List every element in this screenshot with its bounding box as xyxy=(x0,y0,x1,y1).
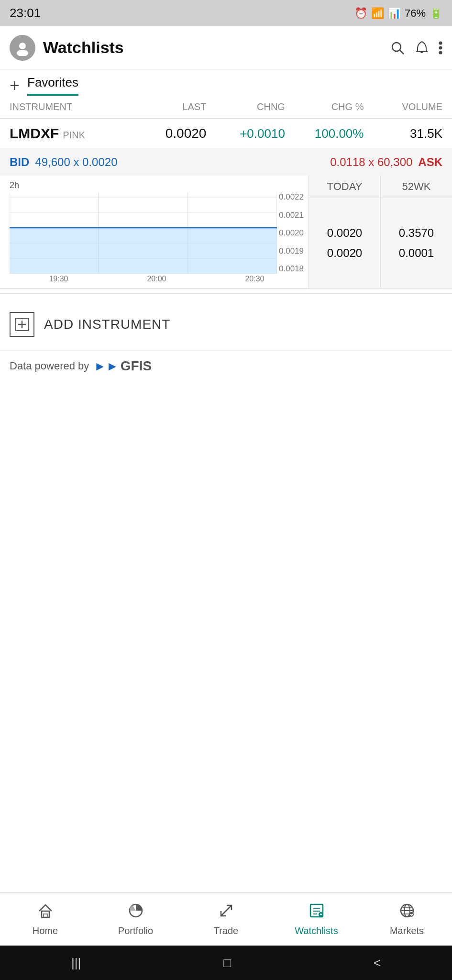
nav-portfolio[interactable]: Portfolio xyxy=(90,893,181,946)
price-chart xyxy=(10,192,277,274)
svg-line-25 xyxy=(221,905,232,916)
home-sys-icon: □ xyxy=(223,956,231,970)
week-col: 0.3570 0.0001 xyxy=(381,198,452,288)
today-high: 0.0020 xyxy=(327,226,362,240)
wifi-icon: 📶 xyxy=(371,7,384,20)
recents-button[interactable]: ||| xyxy=(71,956,81,970)
portfolio-icon xyxy=(128,902,144,923)
nav-home[interactable]: Home xyxy=(0,893,90,946)
today-col: 0.0020 0.0020 xyxy=(309,198,381,288)
add-instrument-icon xyxy=(10,312,34,337)
stats-headers: TODAY 52WK xyxy=(309,176,452,198)
instrument-name-col: LMDXF PINK xyxy=(10,125,128,142)
powered-by: Data powered by ►► GFIS xyxy=(0,351,452,381)
instrument-chgpct: 100.00% xyxy=(285,126,364,141)
status-bar: 23:01 ⏰ 📶 📊 76% 🔋 xyxy=(0,0,452,26)
content-spacer xyxy=(0,381,452,892)
add-instrument-row[interactable]: ADD INSTRUMENT xyxy=(0,299,452,351)
today-low: 0.0020 xyxy=(327,246,362,260)
instrument-row[interactable]: LMDXF PINK 0.0020 +0.0010 100.00% 31.5K xyxy=(0,119,452,149)
trade-icon xyxy=(218,902,234,923)
avatar[interactable] xyxy=(10,35,35,61)
page-title: Watchlists xyxy=(43,38,390,57)
svg-point-0 xyxy=(19,43,26,49)
week-high: 0.3570 xyxy=(399,226,434,240)
back-button[interactable]: < xyxy=(374,956,381,970)
col-header-chgpct: CHG % xyxy=(285,101,364,112)
y-label-3: 0.0020 xyxy=(279,228,304,238)
recents-icon: ||| xyxy=(71,956,81,970)
svg-point-5 xyxy=(439,46,442,49)
bid-value: 49,600 x 0.0020 xyxy=(35,156,224,169)
nav-watchlists[interactable]: Watchlists xyxy=(271,893,362,946)
add-instrument-label: ADD INSTRUMENT xyxy=(44,317,170,332)
powered-by-text: Data powered by xyxy=(10,360,89,372)
svg-point-4 xyxy=(439,41,442,45)
x-labels: 19:30 20:00 20:30 xyxy=(10,275,304,283)
nav-portfolio-label: Portfolio xyxy=(118,925,153,936)
instrument-volume: 31.5K xyxy=(364,126,442,141)
gfis-brand: GFIS xyxy=(121,358,152,374)
watchlists-icon xyxy=(309,902,325,923)
svg-point-6 xyxy=(439,51,442,54)
nav-markets-label: Markets xyxy=(390,925,424,936)
nav-trade[interactable]: Trade xyxy=(181,893,271,946)
y-label-2: 0.0021 xyxy=(279,211,304,220)
today-header: TODAY xyxy=(309,176,381,198)
app-bar-actions xyxy=(390,40,442,56)
table-header: INSTRUMENT LAST CHNG CHG % VOLUME xyxy=(0,96,452,119)
col-header-instrument: INSTRUMENT xyxy=(10,101,128,112)
notification-button[interactable] xyxy=(415,40,429,56)
ask-value: 0.0118 x 60,300 xyxy=(224,156,413,169)
app-bar: Watchlists xyxy=(0,26,452,69)
instrument-last: 0.0020 xyxy=(128,126,207,141)
svg-line-3 xyxy=(400,50,404,54)
bid-label: BID xyxy=(10,156,29,169)
stats-area: TODAY 52WK 0.0020 0.0020 0.3570 0.0001 xyxy=(309,176,452,288)
instrument-symbol: LMDXF xyxy=(10,125,59,142)
col-header-chng: CHNG xyxy=(206,101,285,112)
home-button[interactable]: □ xyxy=(223,956,231,970)
nav-markets[interactable]: Markets xyxy=(362,893,452,946)
battery-icon: 🔋 xyxy=(430,7,442,20)
signal-icon: 📊 xyxy=(388,7,401,20)
divider xyxy=(0,293,452,294)
svg-point-2 xyxy=(392,43,401,51)
x-label-3: 20:30 xyxy=(245,275,264,283)
col-header-volume: VOLUME xyxy=(364,101,442,112)
bottom-nav: Home Portfolio Trade xyxy=(0,893,452,946)
more-options-button[interactable] xyxy=(439,41,442,55)
tab-bar: + Favorites xyxy=(0,69,452,96)
gfis-logo: ►► GFIS xyxy=(94,358,152,374)
gfis-arrow-icon: ►► xyxy=(94,359,118,374)
instrument-chng: +0.0010 xyxy=(206,126,285,141)
week-low: 0.0001 xyxy=(399,246,434,260)
favorites-tab[interactable]: Favorites xyxy=(27,75,78,96)
week-header: 52WK xyxy=(381,176,452,198)
chart-area: 2h xyxy=(0,176,309,288)
search-button[interactable] xyxy=(390,40,405,56)
x-label-1: 19:30 xyxy=(49,275,68,283)
ask-label: ASK xyxy=(418,156,442,169)
x-label-2: 20:00 xyxy=(147,275,166,283)
stats-values: 0.0020 0.0020 0.3570 0.0001 xyxy=(309,198,452,288)
battery-level: 76% xyxy=(405,7,426,20)
col-header-last: LAST xyxy=(128,101,207,112)
back-icon: < xyxy=(374,956,381,970)
svg-marker-17 xyxy=(10,228,277,274)
add-tab-button[interactable]: + xyxy=(10,77,20,94)
chart-stats-row: 2h xyxy=(0,176,452,288)
system-nav-bar: ||| □ < xyxy=(0,946,452,980)
nav-watchlists-label: Watchlists xyxy=(295,925,338,936)
alarm-icon: ⏰ xyxy=(354,7,367,20)
nav-trade-label: Trade xyxy=(214,925,239,936)
y-label-4: 0.0019 xyxy=(279,246,304,256)
instrument-detail: BID 49,600 x 0.0020 0.0118 x 60,300 ASK … xyxy=(0,149,452,289)
y-label-5: 0.0018 xyxy=(279,264,304,274)
bid-ask-row: BID 49,600 x 0.0020 0.0118 x 60,300 ASK xyxy=(0,149,452,176)
home-icon xyxy=(37,902,54,923)
status-icons: ⏰ 📶 📊 76% 🔋 xyxy=(354,7,442,20)
instrument-exchange: PINK xyxy=(63,130,85,141)
markets-icon xyxy=(399,902,415,923)
chart-timeframe: 2h xyxy=(10,180,304,190)
